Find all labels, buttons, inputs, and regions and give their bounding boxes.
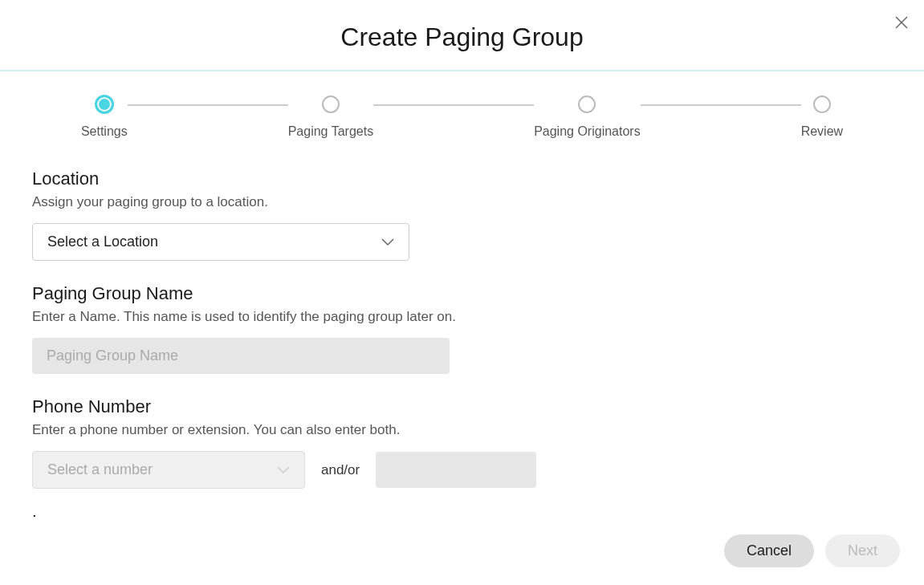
phone-number-select[interactable]: Select a number xyxy=(32,451,305,489)
next-button[interactable]: Next xyxy=(825,534,900,567)
phone-desc: Enter a phone number or extension. You c… xyxy=(32,422,892,438)
name-title: Paging Group Name xyxy=(32,283,892,304)
location-select-placeholder: Select a Location xyxy=(47,234,158,250)
step-label: Review xyxy=(801,124,843,139)
stepper: Settings Paging Targets Paging Originato… xyxy=(0,71,924,155)
step-connector xyxy=(373,104,534,106)
step-circle-icon xyxy=(322,95,340,113)
step-circle-icon xyxy=(578,95,596,113)
language-section: Language Select the paging group languag… xyxy=(32,511,892,517)
cancel-button[interactable]: Cancel xyxy=(724,534,814,567)
step-label: Paging Originators xyxy=(534,124,641,139)
step-paging-targets[interactable]: Paging Targets xyxy=(288,95,373,139)
phone-section: Phone Number Enter a phone number or ext… xyxy=(32,396,892,489)
name-desc: Enter a Name. This name is used to ident… xyxy=(32,309,892,325)
chevron-down-icon xyxy=(277,463,290,477)
close-icon[interactable] xyxy=(895,16,908,29)
paging-group-name-input[interactable] xyxy=(32,338,450,374)
step-connector xyxy=(641,104,801,106)
form-container: Location Assign your paging group to a l… xyxy=(0,160,924,517)
step-label: Paging Targets xyxy=(288,124,373,139)
location-title: Location xyxy=(32,169,892,189)
location-section: Location Assign your paging group to a l… xyxy=(32,169,892,261)
phone-select-placeholder: Select a number xyxy=(47,461,153,478)
chevron-down-icon xyxy=(381,235,394,250)
step-connector xyxy=(128,104,288,106)
step-circle-icon xyxy=(96,95,113,113)
extension-input[interactable] xyxy=(376,452,536,488)
step-circle-icon xyxy=(813,95,831,113)
dialog-title: Create Paging Group xyxy=(0,0,924,70)
location-desc: Assign your paging group to a location. xyxy=(32,194,892,210)
step-paging-originators[interactable]: Paging Originators xyxy=(534,95,641,139)
language-title: Language xyxy=(32,511,892,517)
phone-title: Phone Number xyxy=(32,396,892,417)
location-select[interactable]: Select a Location xyxy=(32,223,409,261)
step-label: Settings xyxy=(81,124,128,139)
footer: Cancel Next xyxy=(0,517,912,585)
step-review[interactable]: Review xyxy=(801,95,843,139)
andor-label: and/or xyxy=(321,462,360,478)
phone-row: Select a number and/or xyxy=(32,451,892,489)
name-section: Paging Group Name Enter a Name. This nam… xyxy=(32,283,892,374)
step-settings[interactable]: Settings xyxy=(81,95,128,139)
